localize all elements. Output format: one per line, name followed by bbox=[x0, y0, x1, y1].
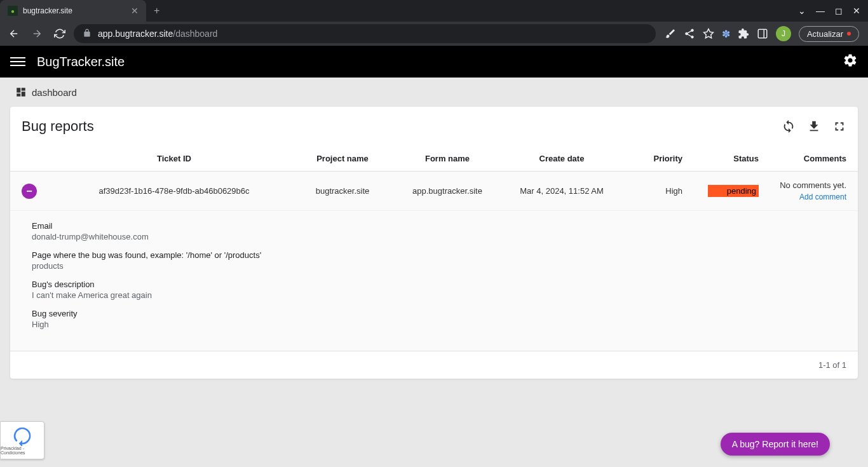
no-comments-text: No comments yet. bbox=[759, 180, 846, 190]
url-input[interactable]: app.bugtracker.site/dashboard bbox=[74, 24, 656, 43]
header-create-date[interactable]: Create date bbox=[505, 154, 619, 163]
forward-button[interactable] bbox=[28, 25, 46, 43]
cell-create-date: Mar 4, 2024, 11:52 AM bbox=[505, 186, 619, 196]
cell-ticket-id: af39d23f-1b16-478e-9fdb-ab46b0629b6c bbox=[53, 186, 295, 196]
table-row: − af39d23f-1b16-478e-9fdb-ab46b0629b6c b… bbox=[10, 172, 858, 211]
profile-avatar[interactable]: J bbox=[776, 26, 791, 41]
refresh-button[interactable] bbox=[782, 119, 796, 133]
severity-value: High bbox=[32, 320, 836, 329]
card-header: Bug reports bbox=[10, 107, 858, 146]
description-value: I can't make America great again bbox=[32, 290, 836, 300]
report-bug-button[interactable]: A bug? Report it here! bbox=[721, 433, 830, 456]
share-icon[interactable] bbox=[684, 28, 695, 39]
app-header: BugTracker.site bbox=[0, 46, 868, 78]
fullscreen-button[interactable] bbox=[832, 119, 846, 133]
severity-label: Bug severity bbox=[32, 309, 836, 318]
tab-title: bugtracker.site bbox=[23, 6, 126, 15]
update-button[interactable]: Actualizar bbox=[799, 26, 859, 42]
header-ticket-id[interactable]: Ticket ID bbox=[53, 154, 295, 163]
dashboard-icon bbox=[15, 86, 27, 98]
window-controls: ⌄ — ◻ ✕ bbox=[790, 6, 868, 16]
browser-chrome: ● bugtracker.site ✕ + ⌄ — ◻ ✕ app.bugtra… bbox=[0, 0, 868, 46]
email-value: donald-trump@whitehouse.com bbox=[32, 232, 836, 241]
cell-form-name: app.bugtracker.site bbox=[390, 186, 505, 196]
add-comment-link[interactable]: Add comment bbox=[759, 193, 846, 201]
browser-tab[interactable]: ● bugtracker.site ✕ bbox=[0, 0, 146, 22]
bug-reports-card: Bug reports Ticket ID Project name Form … bbox=[10, 107, 858, 379]
email-label: Email bbox=[32, 221, 836, 231]
status-badge: pending bbox=[708, 185, 759, 197]
page-value: products bbox=[32, 261, 836, 271]
url-text: app.bugtracker.site/dashboard bbox=[98, 29, 217, 39]
cell-project-name: bugtracker.site bbox=[295, 186, 390, 196]
settings-button[interactable] bbox=[843, 53, 858, 71]
extensions-icon[interactable] bbox=[738, 28, 749, 39]
maximize-icon[interactable]: ◻ bbox=[835, 6, 843, 16]
lock-icon bbox=[83, 29, 92, 39]
tab-bar: ● bugtracker.site ✕ + ⌄ — ◻ ✕ bbox=[0, 0, 868, 22]
new-tab-button[interactable]: + bbox=[146, 5, 167, 17]
address-bar: app.bugtracker.site/dashboard ✽ J Actual… bbox=[0, 22, 868, 46]
back-button[interactable] bbox=[5, 25, 23, 43]
cell-priority: High bbox=[619, 186, 689, 196]
description-label: Bug's description bbox=[32, 280, 836, 289]
key-icon[interactable] bbox=[665, 28, 676, 39]
star-icon[interactable] bbox=[703, 28, 714, 39]
breadcrumb: dashboard bbox=[0, 78, 868, 107]
update-indicator-icon bbox=[847, 32, 851, 36]
address-icons: ✽ J Actualizar bbox=[661, 26, 863, 42]
favicon: ● bbox=[8, 6, 18, 16]
tab-close-icon[interactable]: ✕ bbox=[131, 6, 139, 16]
close-window-icon[interactable]: ✕ bbox=[853, 6, 860, 16]
collapse-button[interactable]: − bbox=[22, 184, 37, 199]
snowflake-icon[interactable]: ✽ bbox=[722, 28, 730, 40]
chevron-down-icon[interactable]: ⌄ bbox=[798, 6, 806, 16]
pagination: 1-1 of 1 bbox=[10, 351, 858, 379]
recaptcha-badge[interactable]: Privacidad - Condiciones bbox=[0, 421, 44, 459]
breadcrumb-label: dashboard bbox=[32, 87, 77, 98]
svg-rect-0 bbox=[758, 29, 767, 38]
header-priority[interactable]: Priority bbox=[619, 154, 689, 163]
header-status[interactable]: Status bbox=[689, 154, 759, 163]
page-label: Page where the bug was found, example: '… bbox=[32, 250, 836, 260]
header-form-name[interactable]: Form name bbox=[390, 154, 505, 163]
card-title: Bug reports bbox=[22, 118, 94, 135]
minimize-icon[interactable]: — bbox=[816, 6, 825, 16]
recaptcha-icon bbox=[12, 426, 32, 446]
panel-icon[interactable] bbox=[757, 28, 768, 39]
app-title: BugTracker.site bbox=[37, 55, 125, 69]
menu-button[interactable] bbox=[10, 57, 25, 66]
header-project-name[interactable]: Project name bbox=[295, 154, 390, 163]
row-detail-panel: Email donald-trump@whitehouse.com Page w… bbox=[10, 211, 858, 351]
reload-button[interactable] bbox=[51, 25, 69, 43]
table-header: Ticket ID Project name Form name Create … bbox=[10, 146, 858, 172]
header-comments[interactable]: Comments bbox=[759, 154, 846, 163]
download-button[interactable] bbox=[807, 119, 821, 133]
